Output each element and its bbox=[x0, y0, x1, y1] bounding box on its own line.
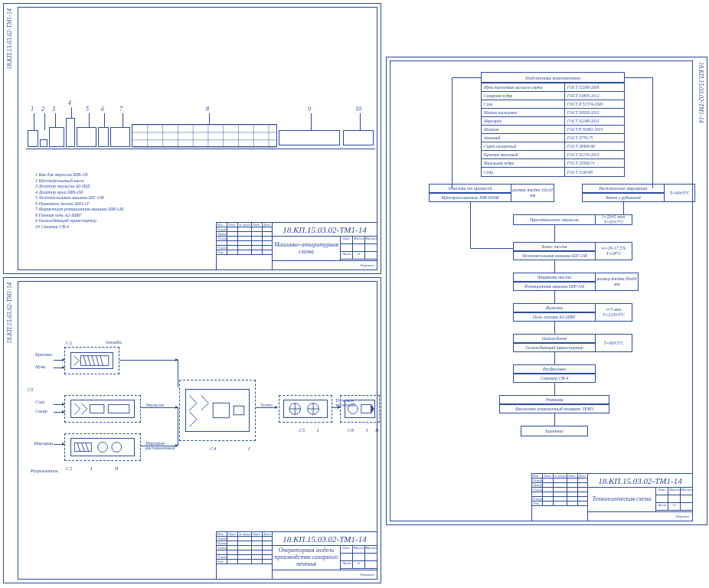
operator-diagram: Крахмал Мука Соль Сахар Маргарин Разрыхл… bbox=[26, 305, 369, 525]
equip-num-6: 6 bbox=[101, 106, 104, 113]
svg-rect-20 bbox=[108, 405, 129, 413]
sheet-num: 11 bbox=[668, 503, 681, 510]
lbl-otxody: Отходы bbox=[106, 340, 122, 345]
step-emul-param: t=20±5 мин Т=35±7°С bbox=[596, 214, 632, 225]
svg-line-15 bbox=[88, 356, 91, 366]
c4-label: С4 bbox=[210, 446, 216, 452]
equip-num-5: 5 bbox=[86, 106, 89, 113]
roman-I4: I bbox=[366, 427, 368, 433]
c6-label: С6 bbox=[348, 427, 354, 433]
conn bbox=[554, 322, 555, 334]
frame-bot: Крахмал Мука Соль Сахар Маргарин Разрыхл… bbox=[18, 281, 377, 580]
step-store: Хранение bbox=[521, 426, 588, 436]
legend-list: 1 Бак для эмульсии ШБ-1П 2 Шестеренчатый… bbox=[35, 172, 123, 230]
step-sieve-bot: Мукопросеиватель ПМ-900М bbox=[429, 193, 511, 202]
branch-left bbox=[452, 77, 453, 188]
arrow bbox=[332, 407, 340, 408]
tb-meta: Лит.МассаМасшт Лист11 bbox=[655, 488, 692, 511]
step-mix-param: w=16-17,5% Т=28°С bbox=[596, 242, 632, 260]
floor-line bbox=[26, 149, 375, 149]
arrow bbox=[141, 407, 178, 408]
sheet-machine-layout: 18.КП.15.03.02-ТМ1-14 1 2 3 4 5 6 7 8 9 … bbox=[3, 3, 381, 274]
legend-item: 3 Дозатор эмульсии А2-ШД bbox=[35, 184, 123, 190]
roman-II2: II bbox=[375, 427, 379, 433]
side-stamp-right: 18.КП.15.03.02-ТМ1-14 bbox=[698, 62, 704, 123]
equip-num-9: 9 bbox=[308, 106, 311, 113]
svg-line-22 bbox=[77, 443, 80, 452]
equip-num-4: 4 bbox=[68, 100, 71, 106]
ingr-gost: ГОСТ 32159-2013 bbox=[565, 151, 624, 158]
lbl-marg: Маргарин bbox=[34, 441, 53, 446]
ingr-gost: ГОСТ 5100-85 bbox=[565, 168, 624, 176]
ingr-name: Меланж bbox=[482, 126, 565, 133]
ingr-name: Мука пшеничная высшего сорта bbox=[482, 83, 565, 91]
arrow bbox=[54, 360, 64, 361]
arrow bbox=[256, 407, 277, 408]
legend-item: 2 Шестеренчатый насос bbox=[35, 178, 123, 185]
leader bbox=[55, 113, 56, 127]
conn bbox=[623, 202, 624, 214]
ingr-gost: ГОСТ 16599-71 bbox=[565, 159, 624, 167]
ingr-gost: ГОСТ 31895-2012 bbox=[565, 92, 624, 100]
arrow bbox=[54, 404, 64, 405]
legend-item: 9 Охлаждающий транспортер bbox=[35, 218, 123, 224]
sheet-num: 11 bbox=[353, 561, 365, 568]
leader bbox=[123, 113, 123, 127]
equip-3 bbox=[49, 127, 64, 147]
tb-left-grid: Изм.Лист№ докум.Подп.Дата Разраб. Провер… bbox=[217, 223, 272, 270]
roman-II: II bbox=[115, 466, 119, 472]
branch-left-h bbox=[452, 77, 481, 78]
legend-item: 6 Питатель теста ШП-1Т bbox=[35, 201, 123, 207]
connector bbox=[178, 407, 178, 446]
lbl-sahar: Сахар bbox=[35, 409, 47, 413]
step-cool-bot: Охлаждающий транспортер bbox=[513, 343, 596, 352]
side-stamp-bot: 18.КП.15.03.02-ТМ1-14 bbox=[6, 283, 13, 344]
equip-6 bbox=[98, 127, 109, 147]
arrow bbox=[141, 446, 178, 446]
step-form-param: размер ячейки 60x60 мм bbox=[596, 273, 639, 291]
equip-4 bbox=[66, 118, 75, 147]
step-wrap-bot: Фасовочно-упаковочный аппарат ТЕКО bbox=[499, 404, 609, 413]
step-form-top: Формовка теста bbox=[513, 273, 596, 282]
conn bbox=[554, 383, 555, 395]
form-symbol bbox=[283, 400, 328, 418]
ingr-name: Соль bbox=[482, 100, 565, 108]
roman-I3: I bbox=[317, 427, 319, 433]
step-melt-bot: Бачок с рубашкой bbox=[582, 193, 665, 202]
step-bake-bot: Печь газовая А2-ШБГ bbox=[513, 312, 596, 322]
step-melt-top: Расплавление маргарина bbox=[582, 184, 665, 193]
legend-item: 1 Бак для эмульсии ШБ-1П bbox=[35, 172, 123, 178]
ingr-gost: ГОСТ 3770-75 bbox=[565, 134, 624, 142]
ingr-name: Аммоний bbox=[482, 134, 565, 142]
tb-code: 18.КП.15.03.02-ТМ1-14 bbox=[587, 474, 692, 488]
tb-title: Технологическая схема bbox=[587, 488, 655, 511]
equip-num-8: 8 bbox=[206, 106, 209, 113]
tb-foot: Формат bbox=[587, 511, 692, 521]
ingr-name: Ванильная пудра bbox=[482, 159, 565, 167]
svg-rect-28 bbox=[234, 406, 244, 415]
tb-title: Машинно-аппаратурная схема bbox=[272, 237, 340, 260]
ingr-gost: ГОСТ 33630-2013 bbox=[565, 109, 624, 116]
ingr-name: Крахмал маисовый bbox=[482, 151, 565, 158]
step-wrap-top: Упаковка bbox=[499, 395, 609, 404]
connector bbox=[178, 360, 178, 387]
step-bake-top: Выпечка bbox=[513, 303, 596, 312]
tb-left-grid: Изм.Лист№ докум.Подп.Дата Разраб. Провер… bbox=[217, 532, 272, 580]
step-cool-top: Охлаждение bbox=[513, 334, 596, 343]
legend-item: 8 Газовая печь А2-ШБГ bbox=[35, 213, 123, 219]
conn bbox=[554, 214, 623, 215]
tb-left-grid: Изм.Лист№ докум.Подп.Дата Разраб. Провер… bbox=[532, 474, 587, 521]
leader bbox=[89, 113, 90, 127]
c5-label: С5 bbox=[299, 427, 305, 433]
roman-I: I bbox=[90, 466, 92, 472]
conn bbox=[554, 260, 555, 273]
emul-symbol bbox=[70, 400, 135, 418]
svg-line-16 bbox=[92, 356, 95, 366]
conn bbox=[554, 352, 555, 364]
equip-num-3: 3 bbox=[52, 106, 55, 113]
equipment-elevation: 1 2 3 4 5 6 7 8 9 10 bbox=[26, 92, 369, 161]
melt-symbol bbox=[70, 438, 135, 456]
ingr-name: Сахарная пудра bbox=[482, 92, 565, 100]
svg-line-23 bbox=[82, 443, 85, 452]
sheet-operator-model: 18.КП.15.03.02-ТМ1-14 Крахмал Мука Соль … bbox=[3, 277, 381, 583]
